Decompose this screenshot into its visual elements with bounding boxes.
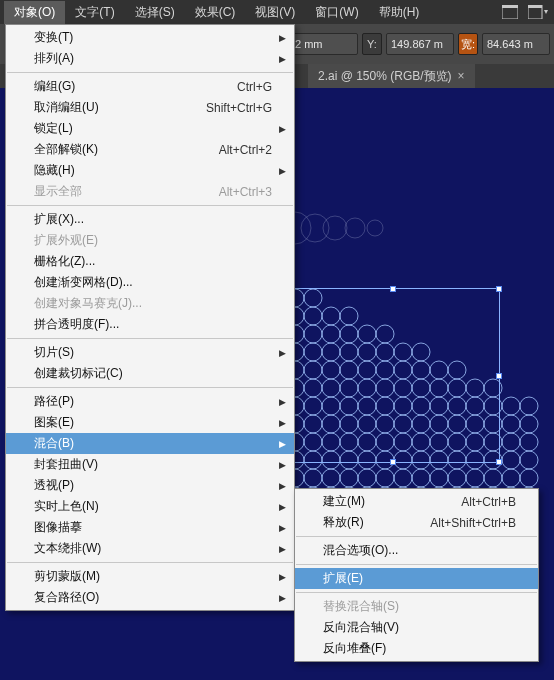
menu-text[interactable]: 文字(T) — [65, 1, 124, 24]
selection-handle[interactable] — [496, 373, 502, 379]
menu-item-label: 拼合透明度(F)... — [34, 316, 272, 333]
selection-handle[interactable] — [496, 286, 502, 292]
close-icon[interactable]: × — [458, 69, 465, 83]
selection-handle[interactable] — [390, 459, 396, 465]
menu-item-label: 图案(E) — [34, 414, 272, 431]
menu-item[interactable]: 混合(B) — [6, 433, 294, 454]
menu-item[interactable]: 实时上色(N) — [6, 496, 294, 517]
svg-point-119 — [484, 469, 502, 487]
selection-handle[interactable] — [390, 286, 396, 292]
menu-item-label: 显示全部 — [34, 183, 207, 200]
menu-item[interactable]: 图案(E) — [6, 412, 294, 433]
svg-point-64 — [502, 397, 520, 415]
width-label-icon: 宽: — [458, 33, 478, 55]
menu-item[interactable]: 取消编组(U)Shift+Ctrl+G — [6, 97, 294, 118]
menu-item-shortcut: Alt+Ctrl+3 — [207, 185, 272, 199]
menu-item[interactable]: 图像描摹 — [6, 517, 294, 538]
menu-item[interactable]: 封套扭曲(V) — [6, 454, 294, 475]
menu-item-label: 实时上色(N) — [34, 498, 272, 515]
menu-effect[interactable]: 效果(C) — [185, 1, 246, 24]
x-field[interactable]: 2 mm — [290, 33, 358, 55]
selection-handle[interactable] — [496, 459, 502, 465]
layout-icon[interactable] — [498, 3, 522, 21]
menu-separator — [7, 205, 293, 206]
menu-item-label: 栅格化(Z)... — [34, 253, 272, 270]
menu-item-label: 剪切蒙版(M) — [34, 568, 272, 585]
menu-item-shortcut: Alt+Ctrl+B — [449, 495, 516, 509]
menu-item[interactable]: 建立(M)Alt+Ctrl+B — [295, 491, 538, 512]
menu-item-label: 创建裁切标记(C) — [34, 365, 272, 382]
menu-item-label: 扩展外观(E) — [34, 232, 272, 249]
menu-item[interactable]: 创建渐变网格(D)... — [6, 272, 294, 293]
menu-separator — [7, 338, 293, 339]
menu-item[interactable]: 扩展(X)... — [6, 209, 294, 230]
menu-item-label: 变换(T) — [34, 29, 272, 46]
menu-item[interactable]: 变换(T) — [6, 27, 294, 48]
menu-item[interactable]: 文本绕排(W) — [6, 538, 294, 559]
menu-separator — [296, 564, 537, 565]
menu-item[interactable]: 透视(P) — [6, 475, 294, 496]
menu-help[interactable]: 帮助(H) — [369, 1, 430, 24]
menu-item[interactable]: 隐藏(H) — [6, 160, 294, 181]
menu-item-label: 透视(P) — [34, 477, 272, 494]
selection-box[interactable] — [285, 288, 500, 463]
menu-item-shortcut: Alt+Shift+Ctrl+B — [418, 516, 516, 530]
menu-item[interactable]: 创建裁切标记(C) — [6, 363, 294, 384]
menu-item[interactable]: 复合路径(O) — [6, 587, 294, 608]
menu-item[interactable]: 剪切蒙版(M) — [6, 566, 294, 587]
menu-item-label: 排列(A) — [34, 50, 272, 67]
menu-item[interactable]: 编组(G)Ctrl+G — [6, 76, 294, 97]
menu-separator — [7, 387, 293, 388]
menu-item[interactable]: 混合选项(O)... — [295, 540, 538, 561]
menu-item[interactable]: 切片(S) — [6, 342, 294, 363]
menu-item-label: 封套扭曲(V) — [34, 456, 272, 473]
svg-point-79 — [520, 415, 538, 433]
menu-select[interactable]: 选择(S) — [125, 1, 185, 24]
menu-object[interactable]: 对象(O) — [4, 1, 65, 24]
menu-separator — [296, 536, 537, 537]
menu-view[interactable]: 视图(V) — [245, 1, 305, 24]
menu-item: 替换混合轴(S) — [295, 596, 538, 617]
blend-submenu: 建立(M)Alt+Ctrl+B释放(R)Alt+Shift+Ctrl+B混合选项… — [294, 488, 539, 662]
y-label-icon: Y: — [362, 33, 382, 55]
svg-point-93 — [520, 433, 538, 451]
menu-item[interactable]: 反向堆叠(F) — [295, 638, 538, 659]
menu-item[interactable]: 路径(P) — [6, 391, 294, 412]
svg-point-7 — [323, 216, 347, 240]
svg-point-110 — [322, 469, 340, 487]
menu-item[interactable]: 拼合透明度(F)... — [6, 314, 294, 335]
menu-item[interactable]: 栅格化(Z)... — [6, 251, 294, 272]
svg-point-78 — [502, 415, 520, 433]
menu-item[interactable]: 释放(R)Alt+Shift+Ctrl+B — [295, 512, 538, 533]
menu-item-label: 创建渐变网格(D)... — [34, 274, 272, 291]
svg-point-113 — [376, 469, 394, 487]
document-tab[interactable]: 2.ai @ 150% (RGB/预览) × — [308, 64, 475, 88]
menu-item-label: 图像描摹 — [34, 519, 272, 536]
menu-item[interactable]: 扩展(E) — [295, 568, 538, 589]
menu-item-label: 反向混合轴(V) — [323, 619, 516, 636]
width-field[interactable]: 84.643 m — [482, 33, 550, 55]
menu-item-label: 替换混合轴(S) — [323, 598, 516, 615]
layout-chevron-icon[interactable] — [526, 3, 550, 21]
svg-point-120 — [502, 469, 520, 487]
svg-point-121 — [520, 469, 538, 487]
svg-point-118 — [466, 469, 484, 487]
menu-item-label: 文本绕排(W) — [34, 540, 272, 557]
menu-item-label: 全部解锁(K) — [34, 141, 207, 158]
svg-point-92 — [502, 433, 520, 451]
menu-item[interactable]: 全部解锁(K)Alt+Ctrl+2 — [6, 139, 294, 160]
menu-item[interactable]: 反向混合轴(V) — [295, 617, 538, 638]
menu-window[interactable]: 窗口(W) — [305, 1, 368, 24]
menu-item[interactable]: 排列(A) — [6, 48, 294, 69]
svg-point-107 — [520, 451, 538, 469]
menu-item-label: 锁定(L) — [34, 120, 272, 137]
menu-item-label: 建立(M) — [323, 493, 449, 510]
y-field[interactable]: 149.867 m — [386, 33, 454, 55]
menu-item-label: 混合选项(O)... — [323, 542, 516, 559]
svg-point-116 — [430, 469, 448, 487]
menu-item[interactable]: 锁定(L) — [6, 118, 294, 139]
svg-point-6 — [301, 214, 329, 242]
menu-item-shortcut: Shift+Ctrl+G — [194, 101, 272, 115]
menu-separator — [296, 592, 537, 593]
menu-item: 显示全部Alt+Ctrl+3 — [6, 181, 294, 202]
